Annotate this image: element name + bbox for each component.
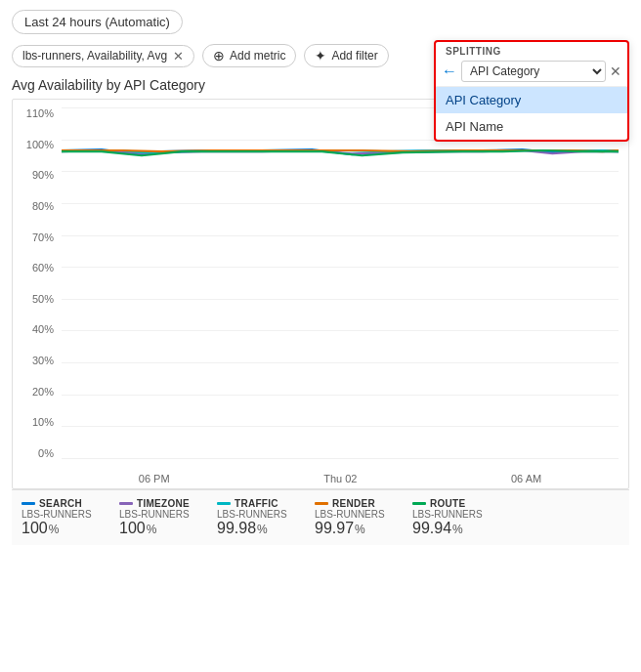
chart-area: 110% 100% 90% 80% 70% 60% 50% 40% 30% 20…: [12, 99, 629, 489]
legend-value: 99.98%: [217, 520, 268, 537]
add-metric-icon: ⊕: [213, 48, 225, 63]
y-label-0: 0%: [38, 447, 54, 459]
y-label-100: 100%: [26, 139, 54, 150]
legend-bar: [217, 502, 231, 505]
legend-name: TIMEZONE: [137, 498, 190, 509]
legend-number: 99.97: [315, 520, 354, 537]
y-label-30: 30%: [32, 355, 54, 366]
legend-sub: LBS-RUNNERS: [217, 509, 287, 520]
legend-value: 99.97%: [315, 520, 365, 537]
legend-bar: [412, 502, 426, 505]
legend-pct: %: [355, 523, 365, 536]
x-label-6pm: 06 PM: [139, 473, 170, 484]
splitting-select[interactable]: API Category API Name: [461, 61, 606, 82]
legend-item: TRAFFIC LBS-RUNNERS 99.98%: [217, 498, 295, 537]
splitting-label: SPLITTING: [446, 46, 621, 57]
legend-name: ROUTE: [430, 498, 466, 509]
add-filter-button[interactable]: ✦ Add filter: [304, 44, 388, 67]
x-label-6am: 06 AM: [511, 473, 541, 484]
metric-tag[interactable]: lbs-runners, Availability, Avg ✕: [12, 45, 194, 67]
legend-number: 100: [119, 520, 146, 537]
legend-sub: LBS-RUNNERS: [315, 509, 385, 520]
legend-value: 100%: [119, 520, 156, 537]
y-label-90: 90%: [32, 169, 54, 181]
legend-top: SEARCH: [21, 498, 82, 509]
legend-sub: LBS-RUNNERS: [21, 509, 92, 520]
legend-pct: %: [49, 523, 60, 536]
legend-bar: [119, 502, 133, 505]
splitting-option-api-name-item[interactable]: API Name: [436, 113, 627, 140]
main-container: Last 24 hours (Automatic) lbs-runners, A…: [0, 0, 641, 555]
legend-pct: %: [452, 523, 463, 536]
y-label-110: 110%: [26, 107, 54, 119]
x-label-thu02: Thu 02: [323, 473, 357, 484]
legend-bar: [21, 502, 35, 505]
toolbar: lbs-runners, Availability, Avg ✕ ⊕ Add m…: [12, 44, 629, 67]
legend-pct: %: [257, 523, 268, 536]
add-metric-button[interactable]: ⊕ Add metric: [202, 44, 296, 67]
legend-sub: LBS-RUNNERS: [119, 509, 190, 520]
legend-item: SEARCH LBS-RUNNERS 100%: [21, 498, 100, 537]
legend-top: TIMEZONE: [119, 498, 190, 509]
legend-value: 100%: [21, 520, 59, 537]
legend-top: RENDER: [315, 498, 375, 509]
splitting-header: SPLITTING: [436, 42, 627, 59]
y-axis: 110% 100% 90% 80% 70% 60% 50% 40% 30% 20…: [13, 107, 60, 459]
legend-number: 99.98: [217, 520, 256, 537]
legend-top: TRAFFIC: [217, 498, 278, 509]
legend-number: 99.94: [412, 520, 451, 537]
remove-metric-icon[interactable]: ✕: [173, 49, 184, 63]
legend-bar: [315, 502, 328, 505]
legend-item: TIMEZONE LBS-RUNNERS 100%: [119, 498, 197, 537]
splitting-option-api-category-item[interactable]: API Category: [436, 87, 627, 113]
legend-name: SEARCH: [39, 498, 82, 509]
y-label-80: 80%: [32, 200, 54, 212]
time-range-label: Last 24 hours (Automatic): [24, 15, 170, 29]
legend-item: ROUTE LBS-RUNNERS 99.94%: [412, 498, 491, 537]
chart-svg: [62, 107, 619, 470]
y-label-40: 40%: [32, 323, 54, 335]
add-filter-icon: ✦: [315, 48, 326, 63]
splitting-options-list: API Category API Name: [436, 86, 627, 140]
legend-area: SEARCH LBS-RUNNERS 100% TIMEZONE LBS-RUN…: [12, 489, 629, 545]
legend-item: RENDER LBS-RUNNERS 99.97%: [315, 498, 393, 537]
y-label-20: 20%: [32, 386, 54, 398]
y-label-50: 50%: [32, 293, 54, 305]
splitting-close-icon[interactable]: ✕: [610, 63, 621, 79]
legend-sub: LBS-RUNNERS: [412, 509, 483, 520]
legend-number: 100: [21, 520, 48, 537]
legend-name: TRAFFIC: [235, 498, 278, 509]
time-range-button[interactable]: Last 24 hours (Automatic): [12, 10, 183, 34]
add-metric-label: Add metric: [230, 49, 285, 63]
legend-top: ROUTE: [412, 498, 466, 509]
y-label-10: 10%: [32, 416, 54, 428]
y-label-70: 70%: [32, 231, 54, 243]
splitting-select-row: ← API Category API Name ✕: [436, 59, 627, 86]
legend-pct: %: [147, 523, 157, 536]
y-label-60: 60%: [32, 262, 54, 273]
metric-tag-label: lbs-runners, Availability, Avg: [22, 49, 167, 63]
add-filter-label: Add filter: [331, 49, 377, 63]
legend-value: 99.94%: [412, 520, 463, 537]
legend-name: RENDER: [332, 498, 375, 509]
splitting-dropdown: SPLITTING ← API Category API Name ✕ API …: [434, 40, 629, 142]
x-axis: 06 PM Thu 02 06 AM: [62, 473, 619, 484]
splitting-back-icon[interactable]: ←: [442, 63, 457, 80]
